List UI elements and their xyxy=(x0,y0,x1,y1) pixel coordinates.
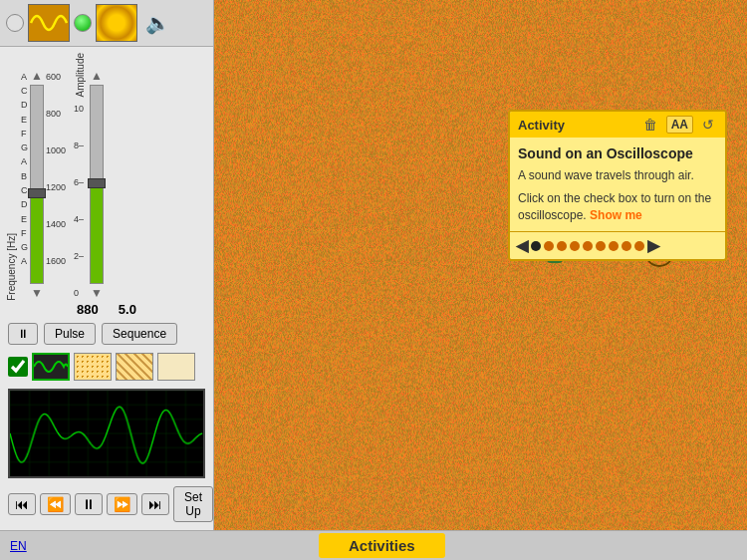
language-link[interactable]: EN xyxy=(10,539,27,553)
rewind-end-button[interactable]: ⏮ xyxy=(8,493,36,515)
empty-circle-icon[interactable] xyxy=(6,14,24,32)
dots-next-button[interactable]: ▶ xyxy=(647,236,659,255)
dot-3[interactable] xyxy=(557,241,567,251)
amplitude-value: 5.0 xyxy=(119,302,136,317)
note-d: D xyxy=(21,199,28,209)
hz-800: 800 xyxy=(46,109,66,119)
note-a-mid: A xyxy=(21,156,28,166)
oscilloscope-canvas xyxy=(10,391,203,476)
dots-prev-button[interactable]: ◀ xyxy=(516,236,528,255)
activity-description: A sound wave travels through air. xyxy=(518,167,717,184)
amp-2: 2– xyxy=(74,251,84,261)
activity-delete-button[interactable]: 🗑 xyxy=(640,117,660,133)
dot-2[interactable] xyxy=(544,241,554,251)
amp-6: 6– xyxy=(74,177,84,187)
amplitude-slider-col: ▲ ▼ xyxy=(90,69,104,300)
note-labels: A G F E D C B A G F E D C A xyxy=(21,69,28,268)
pulse-button[interactable]: Pulse xyxy=(44,323,96,345)
activity-instruction: Click on the check box to turn on the os… xyxy=(518,190,717,224)
sliders-section: Frequency [Hz] A G F E D C B A G F xyxy=(0,47,213,300)
activity-aa-button[interactable]: AA xyxy=(666,116,693,134)
note-b: B xyxy=(21,171,28,181)
note-g: G xyxy=(21,242,28,252)
hz-1000: 1000 xyxy=(46,145,66,155)
buttons-row: ⏸ Pulse Sequence xyxy=(0,319,213,349)
main-canvas: Activity 🗑 AA ↺ Sound on an Oscilloscope… xyxy=(214,0,747,530)
amp-4: 4– xyxy=(74,214,84,224)
amp-fill xyxy=(91,184,103,283)
wave-square-icon[interactable] xyxy=(28,4,70,42)
amp-8: 8– xyxy=(74,140,84,150)
transport-row: ⏮ ⏪ ⏸ ⏩ ⏭ Set Up xyxy=(0,482,213,526)
frequency-label: Frequency [Hz] xyxy=(6,233,17,301)
left-panel: 🔈 Frequency [Hz] A G F E D C B xyxy=(0,0,214,530)
dots-navigation: ◀ ▶ xyxy=(510,231,725,259)
dot-4[interactable] xyxy=(570,241,580,251)
dot-1[interactable] xyxy=(531,241,541,251)
note-c2: C xyxy=(21,86,28,96)
oscilloscope xyxy=(8,389,205,478)
frequency-track[interactable] xyxy=(30,85,44,284)
amp-arrow-down[interactable]: ▼ xyxy=(91,286,103,300)
forward-end-button[interactable]: ⏭ xyxy=(141,493,169,515)
wave-type-row xyxy=(0,349,213,385)
amp-arrow-up[interactable]: ▲ xyxy=(91,69,103,83)
pause-button[interactable]: ⏸ xyxy=(8,323,38,345)
activity-title: Sound on an Oscilloscope xyxy=(518,145,717,161)
dot-7[interactable] xyxy=(609,241,619,251)
bottom-bar: EN Activities xyxy=(0,530,747,560)
amp-10: 10 xyxy=(74,104,84,114)
setup-button[interactable]: Set Up xyxy=(173,486,213,522)
texture-dots-icon[interactable] xyxy=(74,353,112,381)
wave-checkbox[interactable] xyxy=(8,357,28,377)
activity-header: Activity 🗑 AA ↺ xyxy=(510,112,725,138)
speaker-icon[interactable]: 🔈 xyxy=(145,11,170,35)
note-e: E xyxy=(21,214,28,224)
green-circle-icon[interactable] xyxy=(74,14,92,32)
dot-9[interactable] xyxy=(634,241,644,251)
amp-0: 0 xyxy=(74,288,84,298)
hz-1200: 1200 xyxy=(46,182,66,192)
hz-1600: 1600 xyxy=(46,256,66,266)
texture-plain-icon[interactable] xyxy=(157,353,195,381)
note-f: F xyxy=(21,228,28,238)
note-a-top: A xyxy=(21,256,28,266)
amp-knob[interactable] xyxy=(88,178,106,188)
activity-panel: Activity 🗑 AA ↺ Sound on an Oscilloscope… xyxy=(508,110,727,261)
hz-600: 600 xyxy=(46,72,66,82)
target-square-icon[interactable] xyxy=(96,4,137,42)
activities-button[interactable]: Activities xyxy=(319,533,445,558)
transport-pause-button[interactable]: ⏸ xyxy=(75,493,103,515)
show-me-link[interactable]: Show me xyxy=(590,208,642,222)
note-a-bot: A xyxy=(21,72,28,82)
freq-arrow-down[interactable]: ▼ xyxy=(31,286,43,300)
note-d2: D xyxy=(21,100,28,110)
rewind-button[interactable]: ⏪ xyxy=(40,493,71,515)
hz-1400: 1400 xyxy=(46,219,66,229)
note-c-up: C xyxy=(21,185,28,195)
top-area: 🔈 Frequency [Hz] A G F E D C B xyxy=(0,0,747,530)
note-e2: E xyxy=(21,115,28,125)
frequency-slider-block: A G F E D C B A G F E D C A xyxy=(21,69,66,300)
main-container: 🔈 Frequency [Hz] A G F E D C B xyxy=(0,0,747,560)
dot-6[interactable] xyxy=(596,241,606,251)
freq-arrow-up[interactable]: ▲ xyxy=(31,69,43,83)
svg-rect-0 xyxy=(29,5,69,41)
sine-wave-icon[interactable] xyxy=(32,353,70,381)
dot-5[interactable] xyxy=(583,241,593,251)
texture-stripe-icon[interactable] xyxy=(116,353,153,381)
icon-row: 🔈 xyxy=(0,0,213,47)
amplitude-track[interactable] xyxy=(90,85,104,284)
activity-tab-label[interactable]: Activity xyxy=(518,118,634,133)
note-g2: G xyxy=(21,142,28,152)
sand-canvas xyxy=(214,0,747,530)
note-f2: F xyxy=(21,129,28,139)
frequency-slider-col: ▲ ▼ xyxy=(30,69,44,300)
dot-8[interactable] xyxy=(622,241,631,251)
forward-button[interactable]: ⏩ xyxy=(107,493,137,515)
value-displays: 880 5.0 xyxy=(0,300,213,319)
sequence-button[interactable]: Sequence xyxy=(102,323,177,345)
activity-reset-button[interactable]: ↺ xyxy=(699,117,717,133)
frequency-value: 880 xyxy=(77,302,99,317)
freq-knob[interactable] xyxy=(28,188,46,198)
